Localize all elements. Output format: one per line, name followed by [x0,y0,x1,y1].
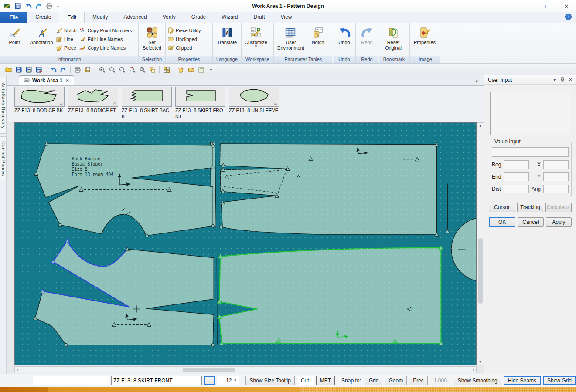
value-input-field[interactable] [492,147,569,157]
piece-card-sleeve[interactable]: ▭ ZZ F13- 8 UN SLEEVE [229,87,281,122]
piece-thumbnail[interactable]: ▭ [229,87,279,107]
cursor-button[interactable]: Cursor [489,203,515,212]
workarea-tab-close-icon[interactable]: ✕ [65,78,69,84]
redo-button[interactable]: Redo [358,25,376,45]
horizontal-scroll-thumb[interactable] [183,368,235,372]
snap-geom-button[interactable]: Geom [385,376,407,385]
tab-view[interactable]: View [273,12,300,23]
piece-button[interactable]: Piece [56,44,77,51]
pattern-canvas[interactable]: Back Bodice Basic Sloper Size 8 Form 13 … [14,122,477,365]
swap-workarea-icon[interactable] [162,65,171,74]
piece-card-bodice-bk[interactable]: ▭ ZZ F13- 8 BODICE BK [14,87,66,122]
show-grid-button[interactable]: Show Grid [543,376,576,385]
workarea-tab[interactable]: Work Area 1 ✕ [19,75,74,85]
tab-modify[interactable]: Modify [85,12,116,23]
vertical-scroll-thumb[interactable] [478,238,483,304]
cut-button[interactable]: Cut [297,376,314,385]
show-smoothing-button[interactable]: Show Smoothing [454,376,501,385]
save-all-icon[interactable] [34,65,43,74]
zoom-out-icon[interactable]: - [108,65,116,74]
current-pieces-tab[interactable]: Current Pieces [0,136,7,181]
ang-field[interactable] [543,185,569,193]
zoom-page-icon[interactable] [138,65,147,74]
clipped-button[interactable]: Clipped [167,44,201,51]
tab-grade[interactable]: Grade [184,12,214,23]
current-piece-field[interactable] [111,376,202,385]
snap-grid-button[interactable]: Grid [365,376,383,385]
image-properties-button[interactable]: ✱ Properties [412,25,438,45]
unclipped-button[interactable]: Unclipped [167,35,201,43]
delete-piece-icon[interactable]: ✕ [177,65,185,74]
reset-original-button[interactable]: Reset Original [380,25,406,51]
tab-file[interactable]: File [0,12,27,23]
save-icon[interactable] [14,65,23,74]
piece-card-skirt-front[interactable]: — ZZ F13- 8 SKIRT FRONT [175,87,227,122]
close-icon[interactable]: ✕ [569,77,573,83]
pin-icon[interactable] [560,77,565,84]
horizontal-scrollbar[interactable]: ‹ › [14,366,477,373]
tracking-button[interactable]: Tracking [517,203,543,212]
open-icon[interactable] [4,65,13,74]
close-button[interactable]: ✕ [557,0,576,12]
redo-icon[interactable] [59,65,68,74]
piece-thumbnail[interactable]: ▭ [14,87,65,107]
workarea-list-chevron-icon[interactable]: ▼ [475,79,479,84]
tab-edit[interactable]: Edit [59,12,85,23]
piece-thumbnail[interactable]: ⎙ [68,87,118,107]
beg-field[interactable] [504,160,529,169]
zoom-box-icon[interactable] [118,65,126,74]
tab-verify[interactable]: Verify [155,12,184,23]
zoom-in-icon[interactable]: + [98,65,106,74]
scroll-up-icon[interactable]: ▲ [479,123,482,129]
size-combo[interactable]: 12 ▼ [217,376,239,385]
save-icon[interactable] [14,2,22,10]
scroll-down-icon[interactable]: ▼ [479,358,482,365]
piece-thumbnail[interactable]: — [122,87,172,107]
tab-wizard[interactable]: Wizard [214,12,245,23]
annotation-button[interactable]: A Annotation [27,25,56,45]
user-environment-button[interactable]: User Environment [276,25,306,51]
copy-point-numbers-button[interactable]: Copy Point Numbers [79,27,132,34]
maximize-button[interactable]: □ [538,0,557,12]
toolbar-overflow-icon[interactable]: ▾ [207,65,215,74]
redo-icon[interactable] [35,2,43,10]
edit-line-names-button[interactable]: Edit Line Names [79,35,132,43]
piece-skirt-back[interactable] [220,144,436,234]
piece-utility-button[interactable]: Piece Utility [167,27,201,34]
tab-advanced[interactable]: Advanced [116,12,154,23]
help-icon[interactable]: ? [565,14,572,21]
piece-card-bodice-ft[interactable]: ⎙ ZZ F13- 8 BODICE FT [68,87,120,122]
cancel-button[interactable]: Cancel [518,217,543,227]
translate-button[interactable]: A Translate [215,25,239,45]
undo-icon[interactable] [49,65,58,74]
piece-skirt-front-selected[interactable] [219,248,441,343]
piece-list-icon[interactable] [197,65,205,74]
undo-button[interactable]: Undo [335,25,354,45]
print-icon[interactable] [73,65,82,74]
browse-button[interactable]: ... [204,376,215,385]
calculator-button[interactable]: Calculator [545,203,572,212]
piece-thumbnail[interactable]: — [175,87,225,107]
scroll-left-icon[interactable]: ‹ [17,367,18,372]
end-field[interactable] [504,172,529,181]
minimize-button[interactable]: – [518,0,538,12]
zoom-all-icon[interactable] [128,65,136,74]
tab-create[interactable]: Create [27,12,59,23]
notch-button[interactable]: Notch [56,27,77,34]
set-selected-button[interactable]: Set Selected [140,25,164,51]
notch-table-button[interactable]: Notch [306,25,330,45]
piece-card-skirt-back[interactable]: — ZZ F13- 8 SKIRT BACK [122,87,174,122]
show-size-tooltip-button[interactable]: Show Size Tooltip [245,376,295,385]
print-table-icon[interactable] [83,65,92,74]
y-field[interactable] [543,172,569,181]
copy-pieces-icon[interactable] [148,65,157,74]
line-button[interactable]: Line [56,35,77,43]
scroll-right-icon[interactable]: › [473,367,474,372]
point-button[interactable]: Point [2,25,27,45]
dist-field[interactable] [504,185,529,193]
qat-dropdown-icon[interactable]: ▼ [56,4,60,8]
print-icon[interactable] [45,2,53,10]
undo-icon[interactable] [24,2,32,10]
x-field[interactable] [543,160,569,169]
copy-line-names-button[interactable]: Copy Line Names [79,44,132,51]
